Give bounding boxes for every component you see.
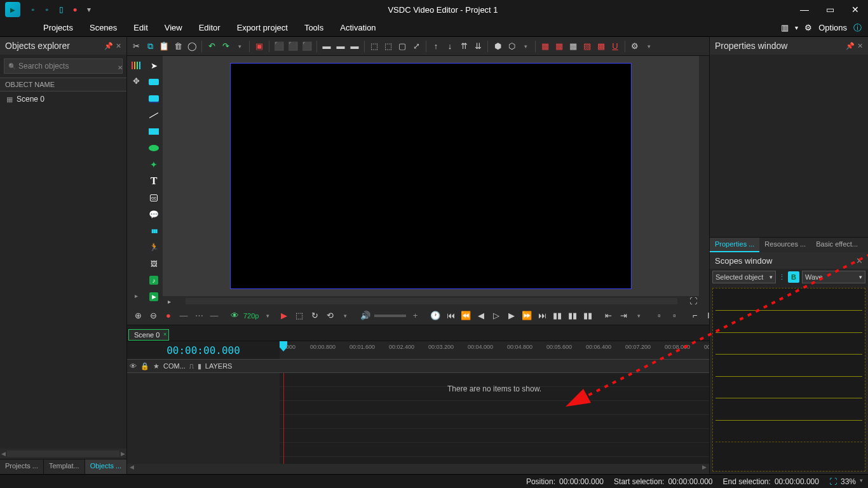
scroll-right-icon[interactable]: ▶ xyxy=(121,451,125,457)
volume-slider[interactable] xyxy=(374,315,406,317)
to-back-icon[interactable]: ⇊ xyxy=(471,40,484,53)
menu-projects[interactable]: Projects xyxy=(43,23,73,32)
align-left-icon[interactable]: ⬛ xyxy=(273,40,285,53)
search-input[interactable]: Search objects xyxy=(4,58,123,74)
video-tool-icon[interactable] xyxy=(147,92,161,105)
fullscreen-icon[interactable]: ⛶ xyxy=(688,297,699,306)
animation-tool-icon[interactable] xyxy=(147,240,161,254)
redo-icon[interactable]: ↷ xyxy=(219,40,232,53)
freeform-tool-icon[interactable] xyxy=(147,158,161,172)
scopes-object-select[interactable]: Selected object▾ xyxy=(712,271,776,283)
in-point-icon[interactable]: ⇤ xyxy=(602,309,614,322)
out-point-icon[interactable]: ⇥ xyxy=(617,309,630,322)
quick-export-icon[interactable]: ▫ xyxy=(42,4,52,15)
audio-tool-icon[interactable] xyxy=(147,273,161,287)
menu-export[interactable]: Export project xyxy=(237,23,288,32)
undo-dropdown-icon[interactable]: ▾ xyxy=(233,40,246,53)
rewind-icon[interactable]: ⏪ xyxy=(459,309,472,322)
clock-icon[interactable]: 🕐 xyxy=(429,309,442,322)
maximize-button[interactable]: ▭ xyxy=(817,0,843,19)
timeline-footer-scroll[interactable]: ◀ ▶ xyxy=(127,464,709,474)
text-tool-icon[interactable]: T xyxy=(147,174,161,188)
menu-editor[interactable]: Editor xyxy=(199,23,220,32)
arrow-down-icon[interactable]: ↓ xyxy=(444,40,456,53)
zoom-dropdown-icon[interactable]: ▾ xyxy=(860,477,863,486)
align-bottom-icon[interactable]: ▬ xyxy=(348,40,361,53)
grid-5-icon[interactable]: ▩ xyxy=(595,40,607,53)
goto-end-icon[interactable]: ⏭ xyxy=(536,309,548,322)
remove-marker-icon[interactable]: ⊖ xyxy=(147,309,159,322)
distribute-h-icon[interactable]: ⬚ xyxy=(368,40,381,53)
menu-activation[interactable]: Activation xyxy=(340,23,376,32)
snap-1-icon[interactable]: ▫ xyxy=(653,309,665,322)
canvas-hscroll[interactable]: ▸ ⛶ xyxy=(163,296,699,306)
scene-item[interactable]: Scene 0 xyxy=(0,92,126,107)
align-center-h-icon[interactable]: ⬛ xyxy=(287,40,299,53)
grid-4-icon[interactable]: ▨ xyxy=(581,40,593,53)
grid-3-icon[interactable]: ▦ xyxy=(567,40,580,53)
volume-icon[interactable]: 🔊 xyxy=(359,309,372,322)
audio-col-icon[interactable]: ⎍ xyxy=(189,362,194,370)
scopes-close-icon[interactable]: ✕ xyxy=(856,256,863,266)
marker-list-icon[interactable]: ⋯ xyxy=(193,309,205,322)
menu-edit[interactable]: Edit xyxy=(133,23,147,32)
layout-icon[interactable]: ▥ xyxy=(781,23,789,32)
step-back-icon[interactable]: ◀ xyxy=(475,309,487,322)
chart-tool-icon[interactable] xyxy=(147,224,161,238)
properties-pin-icon[interactable]: 📌 xyxy=(846,42,855,50)
play-red-icon[interactable]: ▶ xyxy=(278,309,290,322)
arrow-up-icon[interactable]: ↑ xyxy=(430,40,442,53)
split-3-icon[interactable]: ▮▮ xyxy=(581,309,594,322)
audio-levels-icon[interactable] xyxy=(129,58,143,72)
cursor-tool-icon[interactable]: ➤ xyxy=(147,58,161,72)
split-2-icon[interactable]: ▮▮ xyxy=(566,309,579,322)
undo-icon[interactable]: ↶ xyxy=(205,40,218,53)
step-fwd-icon[interactable]: ▶ xyxy=(505,309,518,322)
grid-2-icon[interactable]: ▦ xyxy=(553,40,566,53)
canvas-expand-icon[interactable]: ▸ xyxy=(163,298,175,305)
align-top-icon[interactable]: ▬ xyxy=(320,40,333,53)
crop-icon[interactable]: ▢ xyxy=(396,40,409,53)
range-dropdown-icon[interactable]: ▾ xyxy=(632,309,645,322)
close-button[interactable]: ✕ xyxy=(843,0,868,19)
tl-scroll-left-icon[interactable]: ◀ xyxy=(127,464,137,474)
distribute-v-icon[interactable]: ⬚ xyxy=(382,40,395,53)
timeline-ruler[interactable]: 000 00:00.800 00:01.600 00:02.400 00:03.… xyxy=(280,341,709,359)
tab-basic-effects[interactable]: Basic effect... xyxy=(811,238,863,252)
favorite-col-icon[interactable]: ★ xyxy=(153,362,159,370)
scene-tab-0[interactable]: Scene 0 xyxy=(128,329,169,341)
tl-scroll-right-icon[interactable]: ▶ xyxy=(700,464,709,474)
to-front-icon[interactable]: ⇈ xyxy=(458,40,470,53)
tab-resources[interactable]: Resources ... xyxy=(759,238,811,252)
align-middle-icon[interactable]: ▬ xyxy=(334,40,347,53)
tab-properties[interactable]: Properties ... xyxy=(710,238,759,252)
delete-icon[interactable]: 🗑 xyxy=(172,40,184,53)
frame-fwd-icon[interactable]: ↻ xyxy=(308,309,321,322)
group-icon[interactable]: ⬢ xyxy=(491,40,504,53)
selection-box-icon[interactable]: ▣ xyxy=(253,40,266,53)
scroll-left-icon[interactable]: ◀ xyxy=(1,451,6,457)
quality-dropdown-icon[interactable]: ▾ xyxy=(261,309,274,322)
video-preview[interactable] xyxy=(230,63,632,289)
panel-pin-icon[interactable]: 📌 xyxy=(104,42,113,50)
fx-col-icon[interactable]: ▮ xyxy=(198,362,201,370)
volume-up-icon[interactable]: + xyxy=(409,309,421,322)
menu-scenes[interactable]: Scenes xyxy=(90,23,117,32)
resize-icon[interactable]: ⤢ xyxy=(410,40,423,53)
tab-projects[interactable]: Projects ... xyxy=(0,459,44,474)
ellipse-tool-icon[interactable]: ◯ xyxy=(186,40,198,53)
tab-objects[interactable]: Objects ... xyxy=(85,459,128,474)
loop-dropdown-icon[interactable]: ▾ xyxy=(339,309,351,322)
move-tool-icon[interactable]: ✥ xyxy=(129,74,143,88)
properties-close-icon[interactable]: ✕ xyxy=(857,42,863,50)
menu-tools[interactable]: Tools xyxy=(304,23,323,32)
snap-2-icon[interactable]: ▫ xyxy=(668,309,681,322)
grid-6-icon[interactable]: U xyxy=(609,40,621,53)
add-marker-icon[interactable]: ⊕ xyxy=(132,309,144,322)
ellipse-shape-icon[interactable] xyxy=(147,141,161,155)
visibility-col-icon[interactable]: 👁 xyxy=(130,362,137,370)
options-label[interactable]: Options xyxy=(818,23,847,32)
record-button-icon[interactable]: ● xyxy=(162,309,175,322)
options-gear-icon[interactable]: ⚙ xyxy=(804,23,812,32)
menu-view[interactable]: View xyxy=(165,23,182,32)
